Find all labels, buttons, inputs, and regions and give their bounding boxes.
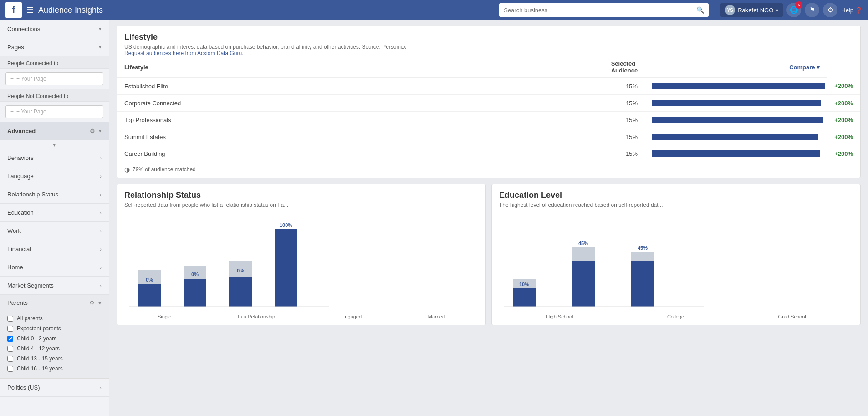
chevron-right-icon: › (100, 228, 102, 234)
people-not-connected-input-wrap: + + Your Page (0, 102, 109, 122)
sidebar-item-connections[interactable]: Connections ▾ (0, 20, 109, 38)
chevron-right-icon: › (100, 265, 102, 270)
lifestyle-row-bar (645, 145, 827, 162)
sidebar-item-education[interactable]: Education › (0, 204, 109, 222)
lifestyle-title: Lifestyle (124, 32, 853, 42)
relationship-status-header: Relationship Status Self-reported data f… (117, 184, 485, 212)
lifestyle-row-label: Career Building (117, 145, 604, 162)
plus-icon: + (10, 108, 14, 115)
table-row: Top Professionals 15% +200% (117, 112, 860, 128)
search-input[interactable] (504, 7, 696, 14)
table-row: Established Elite 15% +200% (117, 78, 860, 95)
search-icon: 🔍 (696, 6, 704, 14)
flag-icon-btn[interactable]: ⚑ (805, 3, 819, 17)
header-right: YS Rakefet NGO ▾ 🌐 5 ⚑ ⚙ Help ❓ (720, 3, 863, 17)
checkbox-child-13-15[interactable]: Child 13 - 15 years (7, 354, 102, 364)
bottom-row: Relationship Status Self-reported data f… (117, 184, 861, 325)
checkbox-child-0-3[interactable]: Child 0 - 3 years (7, 334, 102, 344)
lifestyle-row-delta: +200% (827, 128, 860, 145)
globe-icon-btn[interactable]: 🌐 5 (786, 3, 801, 17)
bar-relationship-fg (184, 279, 206, 307)
settings-dot-icon: ⚙ (90, 128, 95, 134)
people-connected-label: People Connected to (7, 60, 58, 67)
relationship-status-card: Relationship Status Self-reported data f… (117, 184, 486, 325)
lifestyle-card-header: Lifestyle US demographic and interest da… (117, 26, 860, 56)
checkbox-expectant-parents-input[interactable] (7, 326, 13, 332)
settings-icon-btn[interactable]: ⚙ (823, 3, 837, 17)
chevron-right-icon: › (100, 210, 102, 216)
sidebar-item-advanced[interactable]: Advanced ⚙ ▾ (0, 122, 109, 140)
lifestyle-row-delta: +200% (827, 112, 860, 128)
bar-gradschool-fg (631, 261, 654, 307)
checkbox-child-16-19-input[interactable] (7, 366, 13, 372)
chevron-right-icon: › (100, 174, 102, 179)
sidebar-item-market-segments[interactable]: Market Segments › (0, 277, 109, 295)
bar-single-fg (138, 284, 161, 307)
chevron-indicator: ▾ (0, 140, 109, 149)
lifestyle-row-delta: +200% (827, 145, 860, 162)
table-row: Corporate Connected 15% +200% (117, 95, 860, 112)
chevron-right-icon: › (100, 385, 102, 390)
education-chart: 10% 45% 45% (499, 216, 853, 307)
checkbox-expectant-parents[interactable]: Expectant parents (7, 324, 102, 334)
chevron-down-icon: ▾ (99, 128, 102, 134)
gear-icon: ⚙ (827, 6, 833, 14)
chevron-down-icon: ▾ (776, 8, 778, 13)
checkbox-child-16-19[interactable]: Child 16 - 19 years (7, 364, 102, 374)
flag-icon: ⚑ (809, 6, 815, 14)
people-connected-input[interactable]: + + Your Page (5, 72, 103, 85)
lifestyle-row-pct: 15% (604, 145, 645, 162)
label-engaged: Engaged (342, 314, 362, 319)
bar-college-value: 45% (578, 241, 588, 246)
lifestyle-row-bar (645, 95, 827, 112)
compare-button[interactable]: Compare ▾ (645, 56, 827, 78)
bar-married-value: 100% (280, 222, 292, 228)
lifestyle-row-bar (645, 78, 827, 95)
chevron-right-icon: › (100, 247, 102, 252)
sidebar-item-home[interactable]: Home › (0, 258, 109, 277)
chevron-right-icon: › (100, 283, 102, 288)
label-grad-school: Grad School (778, 314, 806, 319)
sidebar-item-politics[interactable]: Politics (US) › (0, 379, 109, 397)
label-high-school: High School (546, 314, 573, 319)
label-married: Married (428, 314, 445, 319)
avatar: YS (725, 5, 735, 15)
sidebar-item-financial[interactable]: Financial › (0, 240, 109, 258)
audience-matched: ◑ 79% of audience matched (117, 162, 860, 178)
help-button[interactable]: Help ❓ (841, 7, 863, 14)
checkbox-child-13-15-input[interactable] (7, 356, 13, 362)
col-lifestyle: Lifestyle (117, 56, 604, 78)
sidebar-item-parents[interactable]: Parents ⚙ ▾ (0, 295, 109, 311)
bar-highschool-fg (513, 288, 536, 307)
relationship-status-subtitle: Self-reported data from people who list … (124, 202, 478, 208)
lifestyle-row-label: Top Professionals (117, 112, 604, 128)
lifestyle-row-pct: 15% (604, 95, 645, 112)
sidebar-item-work[interactable]: Work › (0, 222, 109, 240)
user-menu[interactable]: YS Rakefet NGO ▾ (720, 3, 783, 17)
label-single: Single (158, 314, 172, 319)
help-label: Help (841, 7, 853, 14)
chevron-right-icon: › (100, 192, 102, 197)
chevron-down-icon: ▾ (99, 26, 102, 32)
lifestyle-row-label: Summit Estates (117, 128, 604, 145)
sidebar-item-language[interactable]: Language › (0, 167, 109, 185)
pie-icon: ◑ (124, 166, 130, 173)
checkbox-child-4-12-input[interactable] (7, 346, 13, 352)
relationship-status-title: Relationship Status (124, 190, 478, 200)
bar-single-value: 0% (146, 277, 153, 282)
hamburger-icon[interactable]: ☰ (26, 5, 34, 15)
parents-checkbox-list: All parents Expectant parents Child 0 - … (0, 311, 109, 378)
sidebar-item-pages[interactable]: Pages ▾ (0, 38, 109, 56)
lifestyle-link[interactable]: Request audiences here from Acxiom Data … (124, 50, 243, 56)
checkbox-child-4-12[interactable]: Child 4 - 12 years (7, 344, 102, 354)
sidebar-item-relationship-status[interactable]: Relationship Status › (0, 185, 109, 204)
education-level-card: Education Level The highest level of edu… (491, 184, 861, 325)
lifestyle-subtitle: US demographic and interest data based o… (124, 44, 853, 56)
people-not-connected-input[interactable]: + + Your Page (5, 105, 103, 118)
education-level-title: Education Level (499, 190, 853, 200)
sidebar-item-behaviors[interactable]: Behaviors › (0, 149, 109, 167)
checkbox-child-0-3-input[interactable] (7, 336, 13, 342)
lifestyle-table: Lifestyle Selected Audience Compare ▾ Es… (117, 56, 860, 162)
checkbox-all-parents[interactable]: All parents (7, 313, 102, 324)
checkbox-all-parents-input[interactable] (7, 316, 13, 322)
